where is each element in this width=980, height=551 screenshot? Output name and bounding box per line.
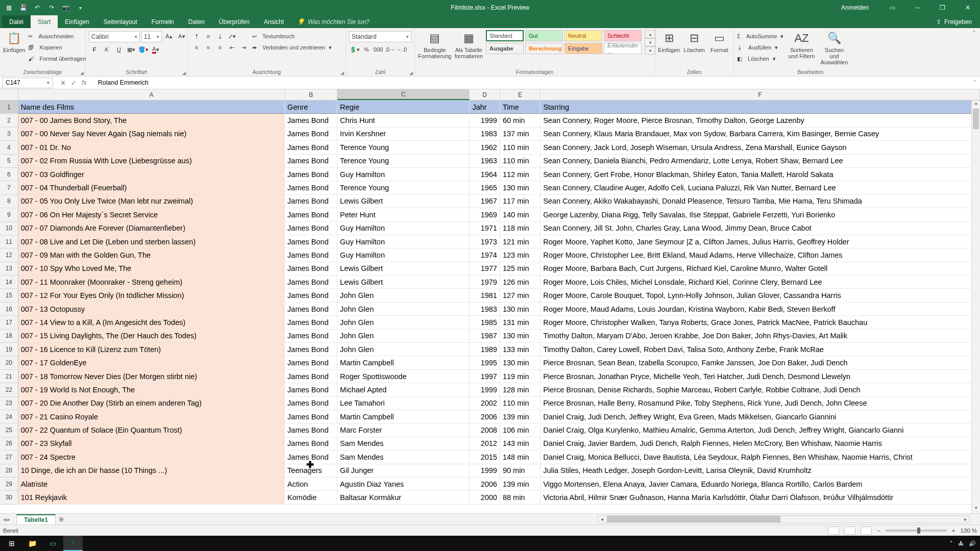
cell[interactable]: 007 - 00 Never Say Never Again (Sag niem…: [18, 128, 285, 141]
qat-more-icon[interactable]: ▾: [76, 3, 85, 12]
horizontal-scrollbar[interactable]: ◂ ▸: [597, 515, 970, 523]
cell[interactable]: Peter Hunt: [337, 208, 470, 221]
cell[interactable]: Baltasar Kormákur: [337, 491, 470, 504]
row-header[interactable]: 8: [0, 195, 18, 208]
cell[interactable]: Lewis Gilbert: [337, 262, 470, 276]
autosum-button[interactable]: Σ AutoSumme ▾: [737, 31, 783, 41]
cell[interactable]: 007 - 05 You Only Live Twice (Man lebt n…: [18, 195, 285, 208]
cell[interactable]: Marc Forster: [337, 423, 470, 437]
cell[interactable]: 128 min: [500, 383, 541, 396]
cell[interactable]: 007 - 13 Octopussy: [18, 303, 285, 316]
cell[interactable]: 1977: [470, 262, 500, 276]
cell[interactable]: 2008: [470, 423, 500, 437]
cell[interactable]: James Bond: [285, 356, 337, 369]
cell[interactable]: Guy Hamilton: [337, 248, 470, 262]
cell[interactable]: Sean Connery, Gert Frobe, Honor Blackman…: [541, 168, 980, 181]
cell[interactable]: Roger Moore, Lois Chiles, Michel Lonsdal…: [541, 276, 980, 289]
fill-button[interactable]: ⭳ Ausfüllen ▾: [737, 42, 783, 53]
hscroll-right-icon[interactable]: ▸: [961, 516, 969, 522]
cell[interactable]: Terence Young: [337, 181, 470, 194]
font-name-combo[interactable]: Calibri▾: [89, 31, 140, 42]
tab-pagelayout[interactable]: Seitenlayout: [96, 15, 144, 28]
cell[interactable]: 110 min: [500, 155, 541, 168]
cell[interactable]: John Glen: [337, 316, 470, 329]
maximize-icon[interactable]: ❐: [931, 0, 954, 15]
cell[interactable]: 007 - 15 Living Daylights, The (Der Hauc…: [18, 330, 285, 343]
style-schlecht[interactable]: Schlecht: [604, 30, 642, 41]
cell[interactable]: Guy Hamilton: [337, 235, 470, 248]
indent-inc-icon[interactable]: ⇥: [238, 42, 249, 53]
row-header[interactable]: 22: [0, 383, 18, 396]
cell[interactable]: Sean Connery, Akiko Wakabayashi, Donald …: [541, 195, 980, 208]
cell[interactable]: Martin Campbell: [337, 410, 470, 423]
cell[interactable]: 007 - 11 Moonraker (Moonraker - Streng g…: [18, 276, 285, 289]
cell[interactable]: Pierce Brosnan, Jonathan Pryce, Michelle…: [541, 370, 980, 383]
cell[interactable]: Agustin Diaz Yanes: [337, 478, 470, 491]
col-header-d[interactable]: D: [470, 89, 500, 100]
cell[interactable]: Timothy Dalton, Maryam D'Abo, Jeroen Kra…: [541, 330, 980, 343]
col-header-c[interactable]: C: [337, 89, 470, 100]
row-header[interactable]: 18: [0, 330, 18, 343]
row-header[interactable]: 4: [0, 141, 18, 154]
number-launcher-icon[interactable]: ◢: [409, 70, 413, 76]
col-header-b[interactable]: B: [285, 89, 337, 100]
cell[interactable]: James Bond: [285, 235, 337, 248]
col-header-f[interactable]: F: [541, 89, 980, 100]
select-all-corner[interactable]: [0, 89, 18, 100]
row-header[interactable]: 24: [0, 410, 18, 423]
cell[interactable]: James Bond: [285, 155, 337, 168]
border-icon[interactable]: ▦▾: [126, 44, 137, 55]
cell[interactable]: 130 min: [500, 181, 541, 194]
zoom-out-icon[interactable]: −: [877, 528, 880, 534]
view-pagelayout-icon[interactable]: [844, 527, 855, 535]
find-select-button[interactable]: 🔍Suchen und Auswählen: [819, 30, 849, 65]
row-header[interactable]: 20: [0, 356, 18, 369]
cell[interactable]: 143 min: [500, 437, 541, 450]
excel-taskbar-icon[interactable]: X: [63, 536, 83, 551]
cell[interactable]: 2012: [470, 437, 500, 450]
cell[interactable]: James Bond: [285, 168, 337, 181]
cell[interactable]: 127 min: [500, 289, 541, 302]
tell-me-search[interactable]: 💡 Was möchten Sie tun?: [291, 15, 376, 28]
start-button[interactable]: ⊞: [2, 536, 21, 551]
row-header[interactable]: 14: [0, 276, 18, 289]
cell[interactable]: Jahr: [470, 101, 500, 114]
cell[interactable]: 110 min: [500, 141, 541, 154]
cell[interactable]: 2006: [470, 410, 500, 423]
formula-input[interactable]: Roland Emmerich: [94, 79, 970, 86]
align-right-icon[interactable]: ≡: [214, 42, 226, 53]
format-painter-button[interactable]: 🖌 Format übertragen: [28, 54, 86, 64]
cell[interactable]: Timothy Dalton, Carey Lowell, Robert Dav…: [541, 343, 980, 356]
alignment-launcher-icon[interactable]: ◢: [340, 70, 344, 76]
font-size-combo[interactable]: 11▾: [141, 31, 162, 42]
row-header[interactable]: 23: [0, 397, 18, 410]
row-header[interactable]: 6: [0, 168, 18, 181]
cell[interactable]: 1997: [470, 370, 500, 383]
cell[interactable]: Name des Films: [18, 101, 285, 114]
cell[interactable]: 119 min: [500, 370, 541, 383]
cell[interactable]: Terence Young: [337, 155, 470, 168]
cell[interactable]: James Bond: [285, 343, 337, 356]
cell[interactable]: Roger Moore, Christopher Walken, Tanya R…: [541, 316, 980, 329]
cell[interactable]: 1989: [470, 343, 500, 356]
style-erlaeuternder[interactable]: Erläuternder ...: [604, 43, 642, 54]
vertical-scrollbar[interactable]: ▴ ▾: [971, 101, 980, 513]
cell[interactable]: James Bond: [285, 289, 337, 302]
cell[interactable]: Sean Connery, Jack Lord, Joseph Wiseman,…: [541, 141, 980, 154]
cell[interactable]: 007 - 14 View to a Kill, A (Im Angesicht…: [18, 316, 285, 329]
cell[interactable]: 007 - 18 Tomorrow Never Dies (Der Morgen…: [18, 370, 285, 383]
cell[interactable]: Roger Moore, Yaphet Kotto, Jane Seymour …: [541, 235, 980, 248]
cell[interactable]: Pierce Brosnan, Denise Richards, Sophie …: [541, 383, 980, 396]
tab-start[interactable]: Start: [31, 15, 58, 28]
zoom-in-icon[interactable]: +: [952, 528, 955, 534]
cell[interactable]: James Bond: [285, 222, 337, 235]
cell[interactable]: Regie: [337, 101, 470, 114]
tab-view[interactable]: Ansicht: [257, 15, 291, 28]
cell[interactable]: 007 - 19 World Is Not Enough, The: [18, 383, 285, 396]
cell[interactable]: Daniel Craig, Olga Kurylenko, Mathieu Am…: [541, 423, 980, 437]
format-cells-button[interactable]: ▭Format: [708, 30, 730, 53]
cell[interactable]: James Bond: [285, 208, 337, 221]
cell[interactable]: 1979: [470, 276, 500, 289]
cell[interactable]: Sean Connery, Jill St. John, Charles Gra…: [541, 222, 980, 235]
add-sheet-icon[interactable]: ⊕: [56, 516, 67, 523]
